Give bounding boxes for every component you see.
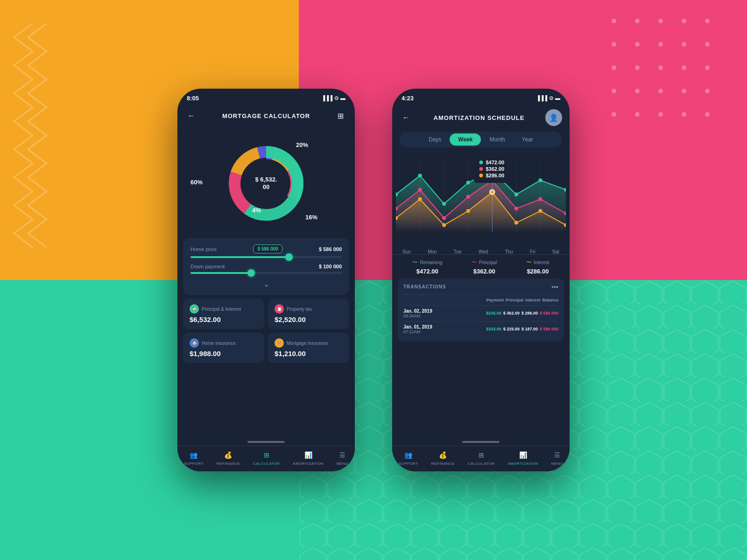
tooltip-value-principal: $362.00 (486, 166, 504, 172)
day-wed: Wed (479, 249, 488, 254)
teal-dot (442, 202, 446, 206)
day-sat: Sat (552, 249, 559, 254)
refinance-icon-right: 💰 (438, 450, 448, 460)
status-icons-left: ▐▐▐ ⊙ ▬ (322, 95, 345, 101)
nav-item-refinance-right[interactable]: 💰 REFINANCE (431, 450, 455, 466)
phone-notch-right (453, 89, 509, 102)
nav-item-amortization-left[interactable]: 📊 AMORTIZATION (293, 450, 324, 466)
tx-payment-1: $235.00 (486, 311, 501, 315)
stat-card-home-insurance: 🏠 Home insurance $1,988.00 (183, 333, 264, 363)
tooltip-dot-orange (479, 174, 483, 177)
tx-col-balance-header: Balance (542, 298, 558, 302)
refinance-icon-left: 💰 (223, 450, 233, 460)
amortization-label-left: AMORTIZATION (293, 462, 324, 466)
pink-dot (418, 188, 422, 191)
tooltip-value-interest: $286.00 (486, 173, 504, 178)
tx-col-principal-header: Principal (506, 298, 523, 302)
battery-icon: ▬ (340, 95, 345, 101)
donut-label-60: 60% (190, 179, 203, 186)
user-avatar[interactable]: 👤 (545, 109, 562, 126)
orange-dot (466, 209, 470, 213)
nav-item-calculator-left[interactable]: ⊞ CALCULATOR (253, 450, 280, 466)
status-icons-right: ▐▐▐ ⊙ ▬ (536, 95, 560, 101)
down-payment-slider[interactable] (190, 272, 342, 274)
nav-bar-right: ← AMORTIZATION SCHEDULE 👤 (392, 105, 570, 130)
tx-interest-1: $ 286.00 (521, 311, 538, 315)
back-button-right[interactable]: ← (400, 111, 413, 124)
wave-principal: 〜 (472, 259, 477, 266)
calculator-label-left: CALCULATOR (253, 462, 280, 466)
amortization-label-right: AMORTIZATION (507, 462, 538, 466)
stat-title-principal: 🏠 Principal & Interest (190, 304, 258, 314)
bottom-nav-right: 👥 SUPPORT 💰 REFINANCE ⊞ CALCULATOR 📊 AMO… (392, 446, 570, 471)
home-price-slider[interactable] (190, 256, 342, 258)
tx-principal-2: $ 225.00 (503, 327, 520, 331)
transactions-header: TRANSACTIONS ••• (403, 283, 558, 291)
support-icon-left: 👥 (189, 450, 199, 460)
tx-balance-2: $ 586 000 (540, 327, 558, 331)
orange-dot (514, 221, 518, 224)
nav-item-refinance-left[interactable]: 💰 REFINANCE (216, 450, 240, 466)
home-price-badge[interactable]: $ 586 000 (253, 245, 282, 253)
day-tue: Tue (454, 249, 462, 254)
tx-col-interest-header: Interest (525, 298, 541, 302)
nav-item-menu-left[interactable]: ☰ MENU (337, 450, 349, 466)
chart-days: Sun Mon Tue Wed Thu Fri Sat (392, 247, 570, 254)
orange-dot-active (490, 190, 494, 195)
stats-grid: 🏠 Principal & Interest $6,532.00 📋 Prope… (183, 299, 349, 363)
slider-thumb-down[interactable] (247, 269, 255, 277)
donut-center-value2: 00 (263, 183, 269, 190)
tab-week[interactable]: Week (450, 133, 481, 146)
support-label-right: SUPPORT (399, 462, 418, 466)
nav-item-calculator-right[interactable]: ⊞ CALCULATOR (468, 450, 495, 466)
tx-row-2: Jan. 01, 2019 07:12AM $333.00 $ 225.00 $… (403, 321, 558, 337)
tx-date-2: Jan. 01, 2019 07:12AM (403, 324, 484, 334)
teal-dot (466, 181, 470, 184)
donut-chart-section: $ 6,532. 00 20% 60% 16% 4% (177, 126, 355, 238)
metric-remaining-label: 〜 Remaining (412, 259, 442, 266)
slider-thumb-home[interactable] (285, 253, 293, 261)
tooltip-dot-pink (479, 167, 483, 171)
stat-card-mortgage-ins: 🏛 Mortgage insurance $1,210.00 (268, 333, 349, 363)
pink-dot (466, 195, 470, 199)
day-thu: Thu (505, 249, 513, 254)
stat-card-principal: 🏠 Principal & Interest $6,532.00 (183, 299, 264, 329)
down-payment-value: $ 100 000 (319, 264, 342, 269)
calculator-label-right: CALCULATOR (468, 462, 495, 466)
battery-icon-right: ▬ (555, 95, 560, 101)
orange-dot (442, 223, 446, 227)
metric-principal-value: $362.00 (473, 268, 495, 275)
metric-principal-label: 〜 Principal (472, 259, 497, 266)
phone-indicator-right (462, 441, 500, 443)
wifi-icon: ⊙ (334, 95, 338, 101)
nav-item-support-right[interactable]: 👥 SUPPORT (399, 450, 418, 466)
metric-remaining: 〜 Remaining $472.00 (412, 259, 442, 275)
chart-tooltip: $472.00 $362.00 $286.00 (473, 156, 510, 183)
amortization-icon-right: 📊 (518, 450, 528, 460)
phones-container: 8:05 ▐▐▐ ⊙ ▬ ← MORTGAGE CALCULATOR ⊞ (0, 0, 747, 560)
menu-label-right: MENU (551, 462, 564, 466)
wifi-icon-right: ⊙ (549, 95, 553, 101)
stat-card-property-tax: 📋 Property tax $2,520.00 (268, 299, 349, 329)
nav-item-support-left[interactable]: 👥 SUPPORT (184, 450, 204, 466)
teal-dot (514, 193, 518, 196)
property-icon: 📋 (275, 304, 284, 314)
wave-remaining: 〜 (412, 259, 418, 266)
menu-label-left: MENU (337, 462, 349, 466)
bottom-nav-left: 👥 SUPPORT 💰 REFINANCE ⊞ CALCULATOR 📊 AMO… (177, 446, 355, 471)
settings-icon-left[interactable]: ⊞ (334, 109, 347, 122)
tab-year[interactable]: Year (514, 133, 542, 146)
expand-chevron[interactable]: ⌄ (190, 280, 342, 288)
tooltip-principal: $362.00 (479, 166, 504, 172)
stat-title-home-ins: 🏠 Home insurance (190, 338, 258, 348)
tab-days[interactable]: Days (420, 133, 450, 146)
nav-item-amortization-right[interactable]: 📊 AMORTIZATION (507, 450, 538, 466)
tx-date-main-1: Jan. 02, 2019 (403, 308, 484, 314)
transactions-more[interactable]: ••• (551, 283, 558, 291)
tab-month[interactable]: Month (481, 133, 513, 146)
down-payment-row: Down payment $ 100 000 (190, 264, 342, 269)
nav-item-menu-right[interactable]: ☰ MENU (551, 450, 564, 466)
back-button-left[interactable]: ← (185, 109, 198, 122)
stat-title-property: 📋 Property tax (275, 304, 343, 314)
nav-title-left: MORTGAGE CALCULATOR (222, 112, 310, 119)
